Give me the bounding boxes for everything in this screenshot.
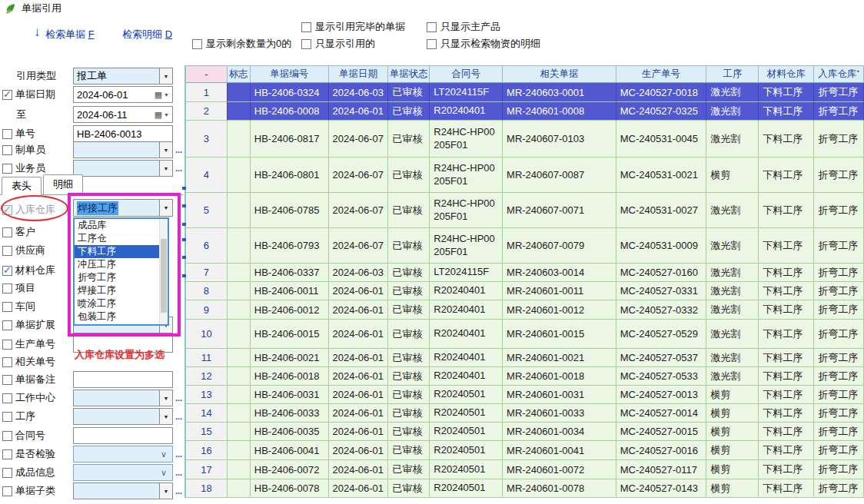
ellipsis-button-partial[interactable] (182, 256, 186, 259)
work-center-ellipsis-button[interactable]: ... (175, 393, 182, 403)
dropdown-item-喷涂工序[interactable]: 喷涂工序 (75, 297, 168, 310)
column-header-材料仓库[interactable]: 材料仓库 (759, 65, 814, 83)
chevron-down-icon[interactable]: ∨ (161, 468, 169, 478)
chevron-down-icon[interactable]: ▼ (164, 112, 169, 118)
checkbox-显示剩余数量为0的[interactable] (192, 39, 202, 49)
checkbox-显示引用完毕的单据[interactable] (301, 22, 311, 32)
search-doc-link[interactable]: 检索单据 F (45, 28, 95, 41)
inspect-ellipsis-button[interactable]: ... (175, 449, 182, 459)
ellipsis-button-partial[interactable] (182, 238, 186, 241)
column-header-工序[interactable]: 工序 (706, 65, 759, 83)
chevron-down-icon[interactable]: ▼ (160, 68, 173, 85)
dropdown-item-焊接工序[interactable]: 焊接工序 (75, 284, 168, 297)
tab-明细[interactable]: 明细 (43, 174, 83, 194)
column-header-selector[interactable]: - (186, 65, 228, 83)
table-row[interactable]: 18HB-2406-00782024-06-01已审核R20240501MR-2… (186, 479, 864, 498)
doc-no-checkbox[interactable] (2, 129, 12, 139)
doc-remark-checkbox[interactable] (2, 375, 12, 385)
ellipsis-button-partial[interactable] (182, 223, 186, 226)
table-row[interactable]: 7HB-2406-03372024-06-03已审核LT2024115FMR-2… (186, 264, 864, 282)
contract-no-input[interactable] (73, 427, 173, 444)
maker-ellipsis-button[interactable]: ... (175, 145, 182, 154)
material-warehouse-checkbox[interactable] (2, 266, 12, 276)
process-checkbox[interactable] (2, 412, 12, 422)
calendar-icon[interactable]: ▦ (155, 90, 162, 100)
chevron-down-icon[interactable]: ▼ (160, 199, 173, 217)
product-info-input[interactable]: ∨ (73, 464, 173, 481)
table-row[interactable]: 16HB-2406-00412024-06-01已审核R20240501MR-2… (186, 441, 864, 460)
dropdown-item-冲压工序[interactable]: 冲压工序 (75, 258, 168, 271)
scrollbar-thumb[interactable] (161, 239, 167, 313)
chevron-down-icon[interactable]: ▼ (160, 408, 173, 425)
dropdown-scrollbar[interactable] (159, 219, 168, 324)
ellipsis-button-partial[interactable] (182, 204, 186, 207)
prod-no-checkbox[interactable] (2, 340, 12, 350)
move-down-icon[interactable]: ↓ (34, 25, 41, 38)
process-ellipsis-button[interactable]: ... (175, 412, 182, 421)
table-row[interactable]: 1HB-2406-03242024-06-03已审核LT2024115FMR-2… (186, 83, 864, 102)
maker-checkbox[interactable] (2, 145, 12, 155)
salesman-input[interactable]: ▼ (73, 160, 173, 177)
doc-subtype-checkbox[interactable] (2, 486, 12, 496)
table-row[interactable]: 2HB-2406-00082024-06-01已审核R20240401MR-24… (186, 102, 864, 121)
table-row[interactable]: 6HB-2406-07932024-06-07已审核R24HC-HP00205F… (186, 228, 864, 264)
tab-表头[interactable]: 表头 (2, 177, 42, 195)
customer-checkbox[interactable] (2, 227, 12, 237)
chevron-down-icon[interactable]: ▼ (160, 390, 173, 406)
dropdown-item-成品库[interactable]: 成品库 (75, 219, 168, 232)
in-warehouse-checkbox[interactable] (2, 205, 12, 215)
column-header-相关单据[interactable]: 相关单据 (503, 65, 616, 83)
product-info-ellipsis-button[interactable]: ... (175, 468, 182, 477)
dropdown-item-下料工序[interactable]: 下料工序 (75, 245, 168, 258)
column-header-单据状态[interactable]: 单据状态 (388, 65, 430, 83)
doc-remark-input[interactable] (73, 371, 173, 388)
product-info-checkbox[interactable] (2, 468, 12, 478)
table-row[interactable]: 15HB-2406-00352024-06-01已审核R20240501MR-2… (186, 423, 864, 441)
process-input[interactable]: ▼ (73, 408, 173, 425)
doc-no-input[interactable]: HB-2406-0013 (73, 125, 173, 142)
project-checkbox[interactable] (2, 284, 12, 293)
column-header-标志[interactable]: 标志 (228, 65, 251, 83)
dropdown-item-折弯工序[interactable]: 折弯工序 (75, 271, 168, 284)
search-detail-link[interactable]: 检索明细 D (122, 28, 172, 41)
checkbox-只显示检索物资的明细[interactable] (427, 39, 437, 49)
inspect-input[interactable]: ∨ (73, 446, 173, 463)
work-center-input[interactable]: ▼ (73, 390, 173, 406)
column-header-单据日期[interactable]: 单据日期 (329, 65, 389, 83)
table-row[interactable]: 9HB-2406-00122024-06-01已审核R20240401MR-24… (186, 300, 864, 320)
table-row[interactable]: 10HB-2406-00152024-06-01已审核R20240401MR-2… (186, 320, 864, 349)
ellipsis-button-partial[interactable] (182, 187, 186, 190)
table-row[interactable]: 12HB-2406-00182024-06-01已审核R20240401MR-2… (186, 367, 864, 386)
contract-no-checkbox[interactable] (2, 431, 12, 441)
chevron-down-icon[interactable]: ▼ (160, 141, 173, 158)
workshop-checkbox[interactable] (2, 302, 12, 312)
doc-date-from-checkbox[interactable] (2, 90, 12, 100)
table-row[interactable]: 3HB-2406-08172024-06-07已审核R24HC-HP00205F… (186, 121, 864, 158)
column-header-合同号[interactable]: 合同号 (430, 65, 503, 83)
in-warehouse-combo-value[interactable]: 焊接工序 (73, 199, 160, 217)
column-header-生产单号[interactable]: 生产单号 (616, 65, 707, 83)
work-center-checkbox[interactable] (2, 393, 12, 403)
inspect-checkbox[interactable] (2, 449, 12, 459)
chevron-down-icon[interactable]: ▼ (160, 160, 173, 177)
salesman-ellipsis-button[interactable]: ... (175, 164, 182, 173)
column-header-单据编号[interactable]: 单据编号 (251, 65, 329, 83)
chevron-down-icon[interactable]: ▼ (160, 482, 173, 499)
checkbox-只显示引用的[interactable] (301, 39, 311, 49)
table-row[interactable]: 11HB-2406-00212024-06-01已审核R20240401MR-2… (186, 349, 864, 367)
ellipsis-button-partial[interactable] (182, 274, 186, 277)
doc-date-to-input[interactable]: 2024-06-11▦▼ (73, 106, 173, 123)
doc-extend-checkbox[interactable] (2, 320, 12, 330)
table-row[interactable]: 5HB-2406-07852024-06-07已审核R24HC-HP00205F… (186, 193, 864, 228)
checkbox-只显示主产品[interactable] (427, 22, 437, 32)
column-header-入库仓库[interactable]: 入库仓库▪ (814, 65, 864, 83)
table-row[interactable]: 8HB-2406-00112024-06-01已审核R20240401MR-24… (186, 282, 864, 300)
in-warehouse-combobox[interactable]: 焊接工序 ▼ (73, 199, 173, 217)
table-row[interactable]: 14HB-2406-00332024-06-01已审核R20240501MR-2… (186, 404, 864, 423)
ref-type-input[interactable]: 报工单▼ (73, 68, 173, 85)
dropdown-item-工序仓[interactable]: 工序仓 (75, 232, 168, 245)
table-row[interactable]: 4HB-2406-08012024-06-07已审核R24HC-HP00205F… (186, 158, 864, 193)
doc-subtype-input[interactable]: ▼ (73, 482, 173, 499)
salesman-checkbox[interactable] (2, 164, 12, 174)
doc-subtype-ellipsis-button[interactable]: ... (175, 486, 182, 496)
